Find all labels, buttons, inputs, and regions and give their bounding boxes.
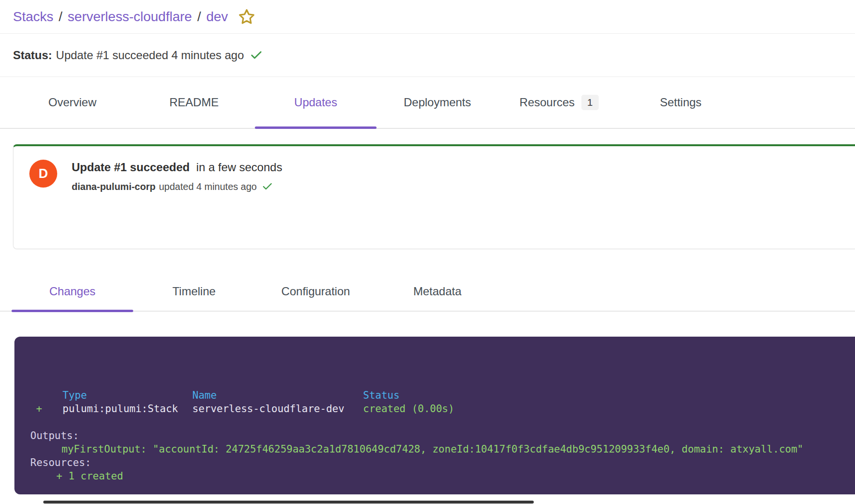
- update-title-duration: in a few seconds: [196, 161, 282, 174]
- update-author: diana-pulumi-corp: [72, 181, 155, 192]
- breadcrumb-separator: /: [197, 9, 201, 25]
- tab-label: Deployments: [403, 96, 471, 109]
- update-summary-card[interactable]: D Update #1 succeeded in a few seconds d…: [13, 144, 855, 249]
- success-check-icon: [250, 49, 263, 62]
- tab-label: README: [169, 96, 219, 109]
- status-label: Status:: [13, 49, 52, 62]
- tab-label: Timeline: [173, 285, 216, 298]
- success-check-icon: [262, 181, 273, 192]
- tab-label: Metadata: [413, 285, 461, 298]
- update-title: Update #1 succeeded in a few seconds: [72, 161, 282, 174]
- update-detail-tabs: Changes Timeline Configuration Metadata: [0, 249, 855, 312]
- breadcrumb-link-project[interactable]: serverless-cloudflare: [68, 9, 192, 25]
- breadcrumb-separator: /: [59, 9, 63, 25]
- console-header-type: Type: [63, 389, 192, 402]
- tab-resources[interactable]: Resources 1: [498, 77, 620, 128]
- active-tab-underline: [255, 126, 377, 129]
- tab-settings[interactable]: Settings: [620, 77, 742, 128]
- tab-label: Updates: [294, 96, 337, 109]
- outputs-label: Outputs:: [14, 429, 855, 442]
- console-header-row: Type Name Status: [14, 389, 855, 402]
- breadcrumb: Stacks / serverless-cloudflare / dev: [0, 0, 855, 34]
- outputs-value: myFirstOutput: "accountId: 24725f46259aa…: [14, 442, 855, 456]
- tab-updates[interactable]: Updates: [255, 77, 377, 128]
- update-title-bold: Update #1 succeeded: [72, 161, 189, 174]
- user-avatar: D: [29, 160, 57, 188]
- status-text: Update #1 succeeded 4 minutes ago: [56, 49, 244, 62]
- tab-overview[interactable]: Overview: [12, 77, 133, 128]
- update-subtitle: diana-pulumi-corp updated 4 minutes ago: [72, 181, 282, 192]
- tab-metadata[interactable]: Metadata: [377, 272, 498, 311]
- update-time-ago: updated 4 minutes ago: [159, 181, 257, 192]
- tab-changes[interactable]: Changes: [12, 272, 133, 311]
- active-tab-underline: [12, 310, 133, 312]
- tab-label: Configuration: [281, 285, 350, 298]
- resource-name: serverless-cloudflare-dev: [192, 402, 363, 416]
- tab-label: Resources: [519, 96, 575, 109]
- tab-readme[interactable]: README: [133, 77, 255, 128]
- resources-created-count: + 1 created: [14, 469, 855, 483]
- breadcrumb-link-stacks[interactable]: Stacks: [13, 9, 53, 25]
- console-resource-row: + pulumi:pulumi:Stack serverless-cloudfl…: [14, 402, 855, 416]
- breadcrumb-link-stack[interactable]: dev: [206, 9, 228, 25]
- tab-timeline[interactable]: Timeline: [133, 272, 255, 311]
- status-bar: Status: Update #1 succeeded 4 minutes ag…: [0, 34, 855, 77]
- resources-label: Resources:: [14, 456, 855, 469]
- tab-deployments[interactable]: Deployments: [377, 77, 498, 128]
- horizontal-scrollbar[interactable]: [43, 501, 534, 504]
- console-header-name: Name: [192, 389, 363, 402]
- diff-op-create: +: [14, 402, 63, 416]
- resource-type: pulumi:pulumi:Stack: [63, 402, 192, 416]
- tab-label: Settings: [660, 96, 702, 109]
- update-diff-console: Type Name Status + pulumi:pulumi:Stack s…: [14, 337, 855, 494]
- console-header-status: Status: [363, 389, 400, 402]
- tab-label: Overview: [48, 96, 96, 109]
- tab-label: Changes: [49, 285, 95, 298]
- stack-tabs: Overview README Updates Deployments Reso…: [0, 77, 855, 129]
- resource-status: created (0.00s): [363, 402, 454, 416]
- resources-count-badge: 1: [581, 95, 599, 110]
- tab-configuration[interactable]: Configuration: [255, 272, 377, 311]
- favorite-star-icon[interactable]: [238, 8, 256, 26]
